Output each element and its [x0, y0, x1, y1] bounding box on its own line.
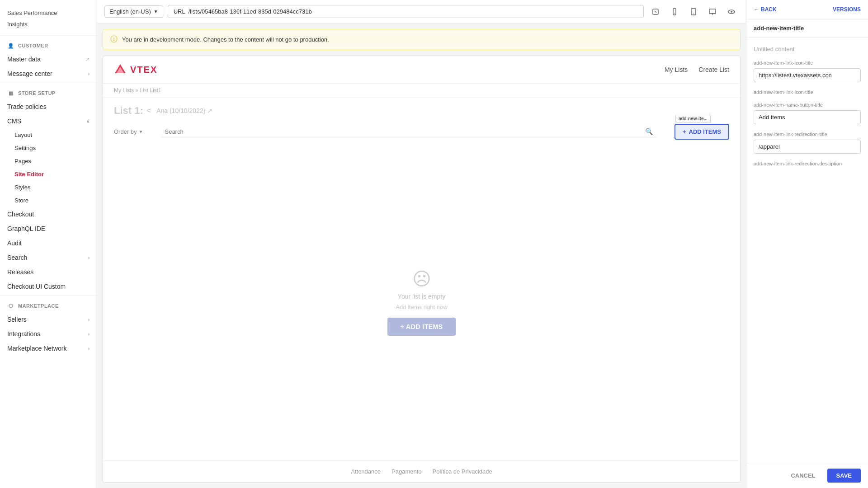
sidebar-item-checkout-ui-custom[interactable]: Checkout UI Custom	[0, 279, 97, 294]
right-panel-footer: CANCEL SAVE	[746, 463, 868, 488]
desktop-icon-btn[interactable]	[705, 5, 720, 19]
add-items-button[interactable]: add-new-ite... + ADD ITEMS	[675, 124, 729, 140]
sidebar-sub-item-site-editor[interactable]: Site Editor	[0, 168, 97, 181]
right-panel-title: add-new-item-title	[746, 19, 868, 38]
list-meta: Ana (10/10/2022) ↗	[156, 107, 212, 114]
footer-link-pagamento[interactable]: Pagamento	[392, 468, 422, 475]
cancel-button[interactable]: CANCEL	[783, 469, 822, 483]
preview-wrapper: ⓘ You are in development mode. Changes t…	[97, 23, 746, 488]
save-button[interactable]: SAVE	[827, 469, 861, 483]
eye-icon-btn[interactable]	[724, 5, 739, 19]
untitled-content-field: Untitled content	[754, 45, 861, 53]
list-title: List 1: <	[114, 105, 151, 117]
chevron-down-icon-order: ▼	[139, 129, 143, 134]
chevron-right-icon-sellers: ›	[88, 317, 90, 322]
sidebar-item-sellers[interactable]: Sellers ›	[0, 312, 97, 327]
versions-button[interactable]: VERSIONS	[833, 6, 861, 13]
sidebar-item-cms[interactable]: CMS ∨	[0, 114, 97, 128]
preview-frame: VTEX My Lists Create List My Lists » Lis…	[103, 56, 741, 483]
toolbar: English (en-US) ▼	[97, 0, 746, 23]
tablet-icon-btn[interactable]	[686, 5, 701, 19]
sidebar-section-marketplace: ⬡ MARKETPLACE	[0, 298, 97, 312]
empty-sad-icon: ☹	[412, 268, 431, 289]
sidebar-sub-item-layout[interactable]: Layout	[0, 128, 97, 141]
mobile-icon-btn[interactable]	[667, 5, 682, 19]
sidebar-item-integrations[interactable]: Integrations ›	[0, 327, 97, 341]
sidebar-item-releases[interactable]: Releases	[0, 265, 97, 279]
svg-point-5	[693, 13, 694, 14]
sidebar-item-sales-performance[interactable]: Sales Performance	[7, 7, 90, 19]
back-button[interactable]: ← BACK	[754, 6, 777, 13]
chevron-right-icon-search: ›	[88, 255, 90, 260]
vtex-logo-text: VTEX	[130, 65, 157, 75]
footer-link-privacidade[interactable]: Política de Privacidade	[433, 468, 492, 475]
breadcrumb: My Lists » List List1	[103, 84, 740, 98]
nav-create-list[interactable]: Create List	[698, 66, 729, 73]
list-search-input[interactable]	[165, 128, 641, 135]
dev-banner: ⓘ You are in development mode. Changes t…	[103, 29, 741, 50]
external-link-meta-icon[interactable]: ↗	[207, 107, 212, 114]
plus-icon-btn: +	[683, 128, 686, 135]
svg-line-1	[655, 11, 656, 13]
sidebar-item-graphql-ide[interactable]: GraphQL IDE	[0, 221, 97, 236]
store-header: VTEX My Lists Create List	[103, 56, 740, 84]
nav-my-lists[interactable]: My Lists	[665, 66, 688, 73]
sidebar-sub-item-styles[interactable]: Styles	[0, 181, 97, 194]
chevron-right-icon: ›	[88, 71, 90, 76]
sidebar-sub-item-settings[interactable]: Settings	[0, 141, 97, 155]
main-wrapper: English (en-US) ▼	[97, 0, 746, 488]
sidebar-sub-item-store[interactable]: Store	[0, 194, 97, 207]
svg-point-3	[674, 13, 675, 14]
marketplace-icon: ⬡	[7, 302, 14, 310]
field-input-redirection-title[interactable]	[754, 140, 861, 154]
eye-icon	[728, 8, 735, 15]
field-link-icon-2: add-new-item-link-icon-title	[754, 89, 861, 95]
sidebar-item-trade-policies[interactable]: Trade policies	[0, 99, 97, 114]
sidebar-item-search[interactable]: Search ›	[0, 250, 97, 265]
sidebar-item-master-data[interactable]: Master data ↗	[0, 52, 97, 66]
field-label-redirection-desc: add-new-item-link-redirection-desciption	[754, 161, 861, 166]
tablet-icon	[690, 8, 697, 15]
sidebar-item-audit[interactable]: Audit	[0, 236, 97, 250]
cursor-icon-btn[interactable]	[648, 5, 663, 19]
divider-3	[0, 296, 97, 296]
store-nav: My Lists Create List	[665, 66, 729, 73]
sidebar-item-message-center[interactable]: Message center ›	[0, 66, 97, 81]
order-by-button[interactable]: Order by ▼	[114, 128, 143, 135]
list-header: List 1: < Ana (10/10/2022) ↗	[103, 98, 740, 120]
sidebar-section-customer: 👤 CUSTOMER	[0, 38, 97, 52]
list-toolbar: Order by ▼ 🔍 add-new-ite... + ADD ITEMS	[103, 120, 740, 143]
sidebar-item-marketplace-network[interactable]: Marketplace Network ›	[0, 341, 97, 356]
sidebar-item-checkout[interactable]: Checkout	[0, 207, 97, 221]
untitled-content-value: Untitled content	[754, 44, 794, 54]
footer-link-attendance[interactable]: Attendance	[351, 468, 381, 475]
field-input-name-button[interactable]	[754, 110, 861, 124]
chevron-right-icon-integrations: ›	[88, 332, 90, 337]
field-redirection-desc: add-new-item-link-redirection-desciption	[754, 161, 861, 166]
field-label-name-button: add-new-item-name-button-title	[754, 102, 861, 108]
mobile-icon	[671, 8, 678, 15]
svg-rect-6	[709, 9, 716, 14]
search-icon: 🔍	[645, 128, 653, 135]
field-label-link-icon-2: add-new-item-link-icon-title	[754, 89, 861, 95]
search-bar: 🔍	[161, 126, 656, 137]
list-edit-icon[interactable]: <	[147, 107, 151, 115]
store-preview: VTEX My Lists Create List My Lists » Lis…	[103, 56, 740, 482]
field-label-redirection-title: add-new-item-link-redirection-title	[754, 131, 861, 137]
language-selector[interactable]: English (en-US) ▼	[104, 5, 163, 18]
grid-icon: ▦	[7, 89, 14, 97]
breadcrumb-parent[interactable]: My Lists	[114, 87, 134, 94]
person-icon: 👤	[7, 42, 14, 49]
field-redirection-title: add-new-item-link-redirection-title	[754, 131, 861, 154]
sidebar: Sales Performance Insights 👤 CUSTOMER Ma…	[0, 0, 97, 488]
breadcrumb-current: List List1	[140, 87, 161, 94]
add-items-large-button[interactable]: + ADD ITEMS	[387, 318, 455, 336]
desktop-icon	[709, 8, 716, 15]
sidebar-sub-item-pages[interactable]: Pages	[0, 155, 97, 168]
divider-2	[0, 83, 97, 83]
sidebar-section-store-setup: ▦ STORE SETUP	[0, 85, 97, 99]
sidebar-item-insights[interactable]: Insights	[7, 19, 90, 30]
external-link-icon: ↗	[85, 56, 90, 62]
field-input-link-icon-1[interactable]	[754, 68, 861, 82]
url-bar[interactable]	[168, 5, 644, 18]
